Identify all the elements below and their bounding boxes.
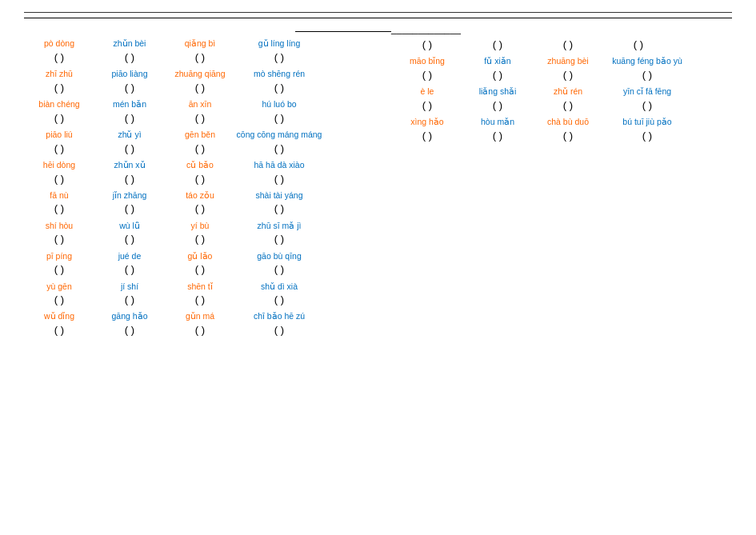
bracket-text: ( )	[125, 51, 134, 63]
pinyin-text: bú tuī jiù pǎo	[622, 117, 671, 126]
bracket-cell: ( )	[94, 262, 165, 277]
bracket-text: ( )	[274, 112, 284, 124]
bracket-row: ( )( )( )( )	[24, 111, 384, 126]
pinyin-cell: chī bǎo hē zú	[235, 310, 323, 323]
bracket-cell: ( )	[235, 232, 323, 246]
pinyin-cell: mò shēng rén	[235, 68, 323, 81]
pinyin-text: jí shí	[121, 281, 138, 291]
bracket-text: ( )	[422, 130, 432, 142]
bracket-text: ( )	[125, 202, 134, 214]
bracket-cell: ( )	[165, 202, 235, 216]
pinyin-cell: qiǎng bì	[165, 38, 235, 50]
bracket-text: ( )	[125, 142, 134, 154]
bracket-text: ( )	[195, 51, 205, 63]
pinyin-cell: yù gēn	[24, 281, 94, 293]
bracket-text: ( )	[493, 99, 502, 111]
bracket-text: ( )	[195, 142, 205, 154]
pinyin-text: pò dòng	[44, 38, 74, 48]
pinyin-cell: gǔn má	[165, 310, 235, 323]
bracket-text: ( )	[125, 233, 134, 245]
entry-group: shí hòuwù lǚyí bùzhū sī mǎ jì( )( )( )( …	[24, 220, 384, 247]
pinyin-text: māo bǐng	[410, 56, 445, 66]
bracket-text: ( )	[195, 82, 205, 94]
pinyin-text: chà bù duō	[547, 117, 589, 126]
bracket-text: ( )	[54, 173, 64, 185]
bracket-text: ( )	[54, 233, 64, 245]
worksheet: _____________ pò dòngzhǔn bèiqiǎng bìgǔ …	[16, 8, 740, 345]
bracket-text: ( )	[493, 69, 502, 81]
pinyin-row: fā nùjǐn zhāngtáo zǒushài tài yáng	[24, 190, 384, 202]
bracket-text: ( )	[195, 263, 205, 275]
pinyin-cell: cōng cōng máng máng	[235, 129, 323, 142]
pinyin-cell: wù lǚ	[94, 220, 165, 233]
bracket-cell: ( )	[165, 50, 235, 65]
bracket-text: ( )	[274, 324, 284, 336]
pinyin-text: wǔ dǐng	[44, 311, 74, 321]
bracket-cell: ( )	[94, 172, 165, 186]
entry-group: xìng hǎohòu mǎnchà bù duōbú tuī jiù pǎo(…	[392, 116, 732, 143]
pinyin-text: yí bù	[191, 221, 210, 230]
pinyin-cell: māo bǐng	[392, 55, 462, 68]
pinyin-row: pī píngjué degǔ lǎogāo bù qīng	[24, 250, 384, 263]
entry-group: māo bǐngfǔ xiǎnzhuāng bèikuāng féng bǎo …	[392, 55, 732, 82]
bracket-row: ( )( )( )( )	[392, 68, 732, 82]
bracket-cell: ( )	[24, 232, 94, 246]
bracket-cell: ( )	[24, 262, 94, 277]
bracket-cell: ( )	[94, 81, 165, 95]
entry-group: pò dòngzhǔn bèiqiǎng bìgǔ líng líng( )( …	[24, 38, 384, 65]
pinyin-text: gāo bù qīng	[257, 251, 301, 261]
pinyin-text: shēn tǐ	[187, 281, 213, 291]
left-column: pò dòngzhǔn bèiqiǎng bìgǔ líng líng( )( …	[24, 38, 392, 341]
pinyin-text: jué de	[118, 251, 142, 261]
pinyin-text: piāo liú	[46, 130, 72, 139]
pinyin-cell: liǎng shǎi	[462, 86, 533, 98]
top-bracket-row: ( )( )( )( )	[392, 38, 732, 52]
pinyin-cell: shǔ dì xià	[235, 281, 323, 293]
pinyin-text: gāng hǎo	[112, 311, 148, 321]
bracket-text: ( )	[274, 82, 284, 94]
bracket-cell: ( )	[165, 293, 235, 307]
bracket-row: ( )( )( )( )	[392, 129, 732, 143]
pinyin-text: cǔ bǎo	[186, 160, 214, 170]
pinyin-text: liǎng shǎi	[479, 86, 517, 96]
pinyin-row: pò dòngzhǔn bèiqiǎng bìgǔ líng líng	[24, 38, 384, 50]
pinyin-cell: xìng hǎo	[392, 116, 462, 129]
top-divider	[24, 12, 732, 13]
bracket-cell: ( )	[392, 129, 462, 143]
pinyin-row: wǔ dǐnggāng hǎogǔn máchī bǎo hē zú	[24, 310, 384, 323]
bracket-text: ( )	[634, 38, 643, 50]
bracket-text: ( )	[422, 38, 432, 50]
pinyin-row: shí hòuwù lǚyí bùzhū sī mǎ jì	[24, 220, 384, 233]
pinyin-text: fā nù	[50, 190, 68, 200]
bracket-text: ( )	[54, 202, 64, 214]
bracket-cell: ( )	[165, 142, 235, 156]
bracket-text: ( )	[54, 293, 64, 305]
name-label: _____________	[24, 23, 732, 34]
right-column: ( )( )( )( )māo bǐngfǔ xiǎnzhuāng bèikuā…	[392, 38, 732, 341]
pinyin-text: jǐn zhāng	[113, 190, 147, 200]
pinyin-cell: shí hòu	[24, 220, 94, 233]
entry-group: pī píngjué degǔ lǎogāo bù qīng( )( )( )(…	[24, 250, 384, 277]
pinyin-cell: è le	[392, 86, 462, 98]
pinyin-row: xìng hǎohòu mǎnchà bù duōbú tuī jiù pǎo	[392, 116, 732, 129]
pinyin-row: è leliǎng shǎizhǔ rényīn cǐ fā fēng	[392, 86, 732, 98]
pinyin-text: hēi dòng	[43, 160, 75, 170]
pinyin-text: piāo liàng	[112, 69, 148, 78]
bracket-text: ( )	[274, 142, 284, 154]
pinyin-cell: hēi dòng	[24, 159, 94, 172]
bracket-cell: ( )	[533, 68, 603, 82]
pinyin-row: hēi dòngzhǔn xǔcǔ bǎohā hā dà xiào	[24, 159, 384, 172]
bracket-text: ( )	[274, 202, 284, 214]
bracket-cell: ( )	[24, 81, 94, 95]
bracket-cell: ( )	[392, 38, 462, 52]
bracket-text: ( )	[195, 324, 205, 336]
bracket-cell: ( )	[94, 323, 165, 337]
bracket-cell: ( )	[94, 50, 165, 65]
pinyin-cell: jí shí	[94, 281, 165, 293]
bracket-text: ( )	[54, 324, 64, 336]
pinyin-text: gǔn má	[186, 311, 214, 321]
pinyin-text: gēn běn	[185, 130, 215, 139]
bracket-text: ( )	[493, 38, 502, 50]
pinyin-cell: cǔ bǎo	[165, 159, 235, 172]
pinyin-cell: gǔ lǎo	[165, 250, 235, 263]
